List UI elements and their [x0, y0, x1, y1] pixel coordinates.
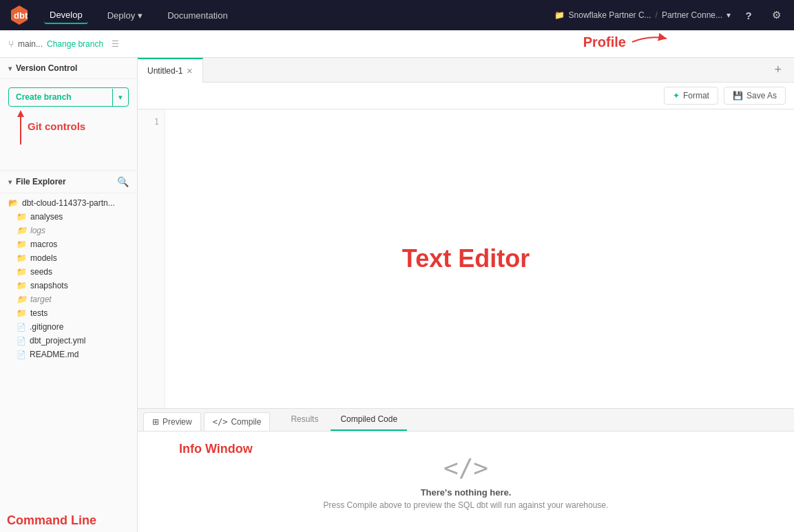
project-chevron-icon: ▾ — [727, 10, 731, 20]
create-branch-button-group: Create branch ▾ — [8, 87, 129, 107]
list-item[interactable]: 📁 models — [0, 251, 137, 265]
list-item[interactable]: 📄 .gitignore — [0, 320, 137, 334]
bottom-panel-content: Info Window </> There's nothing here. Pr… — [138, 432, 794, 532]
file-explorer-label: File Explorer — [16, 177, 66, 187]
editor-tab-untitled[interactable]: Untitled-1 × — [138, 58, 203, 83]
nav-item-develop[interactable]: Develop — [44, 7, 88, 24]
save-as-icon: 💾 — [733, 91, 743, 100]
search-icon[interactable]: 🔍 — [117, 176, 129, 187]
file-explorer-header[interactable]: ▾ File Explorer 🔍 — [0, 171, 137, 193]
list-item[interactable]: 📁 tests — [0, 306, 137, 320]
preview-icon: ⊞ — [152, 417, 159, 427]
folder-icon: 📁 — [17, 267, 27, 277]
list-item[interactable]: 📁 snapshots — [0, 279, 137, 292]
folder-icon: 📁 — [554, 10, 565, 20]
sub-navigation: ⑂ main... Change branch ☰ Profile — [0, 30, 794, 58]
folder-icon: 📁 — [17, 240, 27, 249]
svg-marker-3 — [17, 110, 24, 117]
file-tree: 📂 dbt-cloud-114373-partn... 📁 analyses 📁… — [0, 193, 137, 364]
file-icon: 📄 — [17, 337, 26, 345]
file-icon: 📄 — [17, 323, 26, 332]
list-item[interactable]: 📁 target — [0, 292, 137, 306]
git-up-arrow-icon — [14, 107, 28, 150]
profile-annotation-container: Profile — [583, 32, 670, 52]
empty-state-title: There's nothing here. — [421, 487, 512, 498]
format-button[interactable]: ✦ Format — [664, 87, 718, 105]
info-window-annotation: Info Window — [179, 442, 253, 456]
preview-button[interactable]: ⊞ Preview — [143, 412, 201, 431]
svg-text:dbt: dbt — [14, 10, 28, 21]
bookmark-icon[interactable]: ☰ — [112, 39, 119, 49]
save-as-label: Save As — [746, 91, 777, 100]
nav-right: 📁 Snowflake Partner C... / Partner Conne… — [554, 6, 786, 25]
folder-icon: 📁 — [17, 308, 27, 318]
tab-compiled-code[interactable]: Compiled Code — [331, 409, 407, 431]
git-controls-annotation-text: Git controls — [28, 120, 85, 132]
main-layout: ▾ Version Control Create branch ▾ Git co… — [0, 58, 794, 532]
bottom-tab-bar: ⊞ Preview </> Compile Results Compiled C… — [138, 409, 794, 432]
version-control-label: Version Control — [16, 63, 77, 73]
folder-icon: 📁 — [17, 226, 27, 235]
sidebar: ▾ Version Control Create branch ▾ Git co… — [0, 58, 138, 532]
folder-icon: 📁 — [17, 253, 27, 263]
bottom-panel: ⊞ Preview </> Compile Results Compiled C… — [138, 408, 794, 532]
top-navigation: dbt Develop Deploy ▾ Documentation 📁 Sno… — [0, 0, 794, 30]
list-item[interactable]: 📄 README.md — [0, 348, 137, 361]
tab-bar: Untitled-1 × + — [138, 58, 794, 83]
create-branch-main-button[interactable]: Create branch — [9, 88, 112, 106]
list-item[interactable]: 📁 macros — [0, 237, 137, 251]
preview-label: Preview — [163, 417, 192, 427]
list-item[interactable]: 📁 logs — [0, 224, 137, 237]
branch-name: main... — [18, 39, 43, 49]
compile-icon: </> — [213, 417, 228, 427]
line-number: 1 — [138, 115, 165, 129]
separator: / — [656, 10, 658, 20]
project-selector[interactable]: 📁 Snowflake Partner C... / Partner Conne… — [554, 10, 731, 20]
nav-item-documentation[interactable]: Documentation — [162, 8, 233, 23]
tab-label: Untitled-1 — [147, 66, 182, 76]
folder-icon: 📁 — [17, 212, 27, 222]
dbt-logo-icon: dbt — [8, 4, 30, 26]
deploy-chevron-icon: ▾ — [138, 10, 143, 21]
nav-item-deploy[interactable]: Deploy ▾ — [102, 8, 148, 23]
folder-icon: 📁 — [17, 281, 27, 290]
list-item[interactable]: 📄 dbt_project.yml — [0, 334, 137, 348]
profile-annotation-text: Profile — [583, 34, 626, 50]
version-control-chevron-icon: ▾ — [8, 65, 12, 72]
format-label: Format — [683, 91, 709, 100]
settings-button[interactable]: ⚙ — [766, 6, 786, 25]
text-editor: 1 Text Editor — [138, 109, 794, 408]
add-tab-button[interactable]: + — [769, 63, 787, 77]
tab-close-button[interactable]: × — [187, 65, 192, 76]
list-item[interactable]: 📂 dbt-cloud-114373-partn... — [0, 196, 137, 210]
line-numbers: 1 — [138, 109, 165, 408]
list-item[interactable]: 📁 seeds — [0, 265, 137, 279]
editor-toolbar: ✦ Format 💾 Save As — [138, 83, 794, 109]
version-control-section-header[interactable]: ▾ Version Control — [0, 58, 137, 79]
compile-label: Compile — [231, 417, 261, 427]
file-explorer-chevron-icon: ▾ — [8, 178, 12, 186]
change-branch-link[interactable]: Change branch — [47, 39, 103, 49]
folder-icon: 📁 — [17, 295, 27, 304]
version-control-section: Create branch ▾ Git controls — [0, 79, 137, 171]
branch-info: ⑂ main... Change branch ☰ — [8, 39, 119, 50]
empty-state-icon: </> — [443, 454, 488, 482]
editor-area: Untitled-1 × + ✦ Format 💾 Save As 1 — [138, 58, 794, 532]
tab-results[interactable]: Results — [281, 409, 328, 431]
git-branch-icon: ⑂ — [8, 39, 14, 50]
create-branch-dropdown-button[interactable]: ▾ — [112, 89, 128, 106]
file-icon: 📄 — [17, 350, 26, 359]
folder-open-icon: 📂 — [8, 198, 19, 208]
logo[interactable]: dbt — [8, 4, 30, 26]
git-annotation-area: Git controls — [8, 107, 129, 162]
format-icon: ✦ — [673, 91, 680, 100]
save-as-button[interactable]: 💾 Save As — [724, 87, 786, 105]
empty-state-description: Press Compile above to preview the SQL d… — [324, 500, 609, 510]
help-button[interactable]: ? — [739, 6, 758, 25]
compile-button[interactable]: </> Compile — [204, 412, 271, 431]
command-line-annotation: Command Line — [7, 513, 96, 528]
list-item[interactable]: 📁 analyses — [0, 210, 137, 224]
profile-arrow-icon — [629, 32, 670, 52]
tab-actions: + — [762, 63, 794, 77]
code-editor-input[interactable] — [165, 109, 794, 408]
